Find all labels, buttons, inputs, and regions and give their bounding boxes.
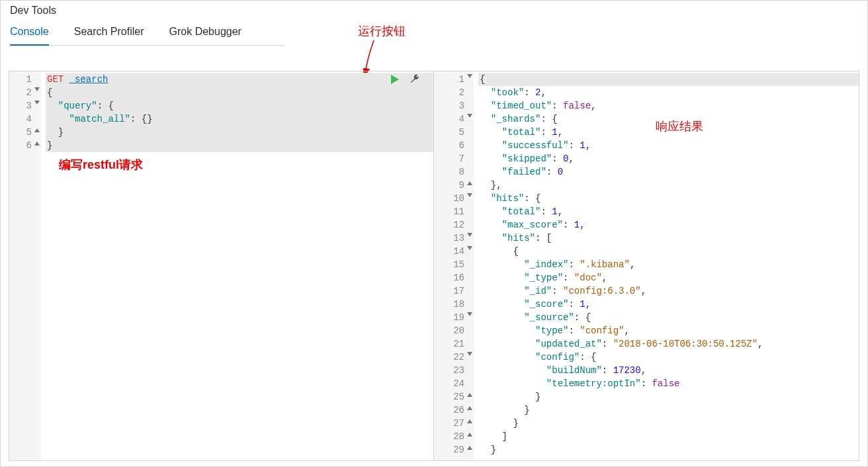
code-line: "buildNum": 17230, [478,364,859,377]
request-code[interactable]: GET _search{ "query": { "match_all": {} … [46,71,433,460]
code-line: "_shards": { [478,112,859,126]
code-line: "_type": "doc", [478,271,859,284]
run-button[interactable] [390,74,400,87]
tabs-divider [10,45,284,46]
code-line[interactable]: { [46,86,433,99]
code-line: "type": "config", [478,324,859,337]
code-line: "total": 1, [478,205,859,218]
code-line: "_score": 1, [478,298,859,311]
page-title: Dev Tools [10,5,56,16]
wrench-icon[interactable] [410,73,420,87]
tab-search-profiler[interactable]: Search Profiler [74,26,144,46]
code-line: "telemetry:optIn": false [478,377,859,390]
code-line: { [478,245,859,258]
request-editor[interactable]: 123456 GET _search{ "query": { "match_al… [9,71,434,460]
code-line[interactable]: } [46,139,433,152]
code-line: "hits": [ [478,232,859,245]
code-line: "took": 2, [478,86,859,99]
code-line: } [478,417,859,430]
tabs: ConsoleSearch ProfilerGrok Debugger [1,17,867,46]
code-line: "skipped": 0, [478,152,859,165]
code-line: } [478,443,859,456]
code-line: "config": { [478,351,859,364]
code-line: "updated_at": "2018-06-10T06:30:50.125Z"… [478,337,859,351]
response-viewer[interactable]: ⋮ 12345678910111213141516171819202122232… [434,71,859,460]
response-code: { "took": 2, "timed_out": false, "_shard… [478,71,859,460]
code-line: "max_score": 1, [478,218,859,232]
line-gutter: 1234567891011121314151617181920212223242… [434,71,474,460]
tab-grok-debugger[interactable]: Grok Debugger [169,26,241,46]
code-line: "_source": { [478,311,859,324]
code-line: "failed": 0 [478,165,859,179]
tab-console[interactable]: Console [10,26,49,46]
code-line[interactable]: "match_all": {} [46,112,433,126]
code-line: "hits": { [478,192,859,205]
code-line: { [478,73,859,86]
code-line: "_id": "config:6.3.0", [478,284,859,298]
code-line: "_index": ".kibana", [478,258,859,271]
code-line[interactable]: GET _search [46,73,433,86]
code-line: ] [478,430,859,443]
code-line: } [478,390,859,403]
code-line: }, [478,179,859,192]
code-line[interactable]: } [46,126,433,139]
code-line: } [478,403,859,417]
code-line: "total": 1, [478,126,859,139]
line-gutter: 123456 [9,71,41,460]
code-line[interactable]: "query": { [46,99,433,112]
code-line: "timed_out": false, [478,99,859,112]
code-line: "successful": 1, [478,139,859,152]
